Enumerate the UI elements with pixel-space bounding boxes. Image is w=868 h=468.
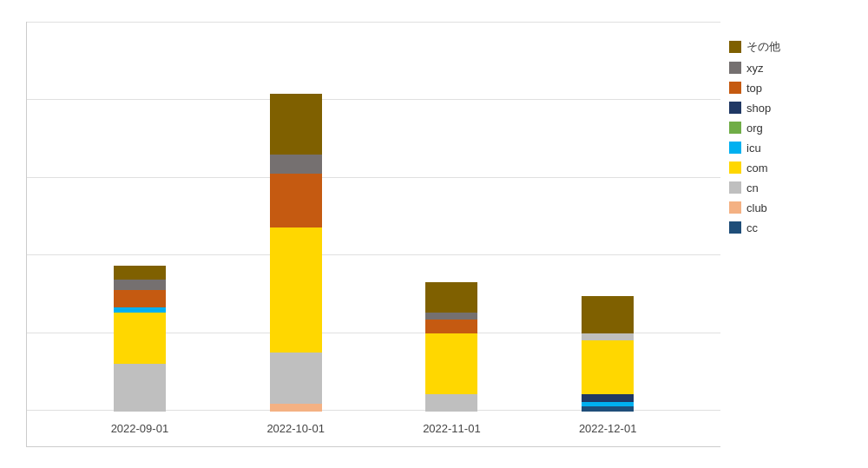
legend-item-xyz: xyz: [729, 62, 842, 75]
legend-color-top: [729, 82, 741, 94]
bar-segment-other: [582, 296, 634, 333]
bar-segment-cn: [270, 353, 322, 404]
legend-area: その他xyztopshoporgicucomcnclubcc: [720, 22, 842, 447]
bar-segment-com: [114, 313, 166, 364]
legend-color-cn: [729, 181, 741, 194]
bar-stack: [270, 94, 322, 412]
legend-label-icu: icu: [746, 142, 761, 155]
bar-segment-com: [425, 333, 477, 394]
legend-label-top: top: [746, 82, 762, 95]
legend-label-cn: cn: [746, 181, 759, 194]
bar-segment-shop: [582, 394, 634, 402]
legend-item-shop: shop: [729, 102, 842, 115]
bar-segment-top: [270, 174, 322, 227]
legend-item-cc: cc: [729, 221, 842, 234]
bar-segment-other: [270, 94, 322, 155]
legend-item-org: org: [729, 122, 842, 135]
chart-inner: 2022-09-012022-10-012022-11-012022-12-01…: [26, 22, 842, 447]
bar-segment-cn: [114, 364, 166, 412]
bar-segment-club: [270, 404, 322, 412]
bar-segment-xyz: [425, 313, 477, 320]
bar-segment-cn: [582, 333, 634, 340]
legend-color-club: [729, 201, 741, 214]
x-label: 2022-10-01: [266, 422, 325, 435]
legend-color-org: [729, 122, 741, 134]
legend-label-org: org: [746, 122, 763, 135]
legend-color-shop: [729, 102, 741, 114]
bar-segment-xyz: [270, 155, 322, 174]
bar-group: [270, 22, 322, 412]
bar-group: [425, 22, 477, 412]
legend-label-other: その他: [746, 39, 780, 55]
legend-label-club: club: [746, 201, 767, 214]
bar-segment-com: [582, 340, 634, 394]
x-label: 2022-12-01: [579, 422, 637, 435]
legend-item-top: top: [729, 82, 842, 95]
legend-color-icu: [729, 142, 741, 154]
legend-label-cc: cc: [746, 221, 758, 234]
chart-container: 2022-09-012022-10-012022-11-012022-12-01…: [0, 0, 868, 468]
bar-segment-top: [425, 320, 477, 333]
chart-area: 2022-09-012022-10-012022-11-012022-12-01: [26, 22, 720, 447]
legend-color-xyz: [729, 62, 741, 74]
x-labels: 2022-09-012022-10-012022-11-012022-12-01: [27, 412, 720, 446]
bar-segment-cn: [425, 394, 477, 412]
bar-stack: [582, 296, 634, 412]
legend-color-cc: [729, 221, 741, 234]
legend-color-com: [729, 161, 741, 174]
legend-label-xyz: xyz: [746, 62, 764, 75]
bar-stack: [425, 282, 477, 412]
x-label: 2022-09-01: [111, 422, 169, 435]
legend-item-com: com: [729, 161, 842, 175]
legend-item-cn: cn: [729, 181, 842, 194]
bar-segment-top: [114, 290, 166, 307]
legend-label-shop: shop: [746, 102, 771, 115]
legend-color-other: [729, 41, 741, 53]
bar-segment-other: [425, 282, 477, 313]
legend-item-club: club: [729, 201, 842, 214]
bars-area: [27, 22, 720, 412]
bar-group: [114, 22, 166, 412]
bar-group: [582, 22, 634, 412]
legend-item-other: その他: [729, 39, 842, 55]
bar-segment-xyz: [114, 280, 166, 290]
x-label: 2022-11-01: [423, 422, 481, 435]
bar-segment-other: [114, 266, 166, 280]
legend-item-icu: icu: [729, 142, 842, 155]
bar-segment-com: [270, 227, 322, 353]
bar-stack: [114, 266, 166, 412]
legend-label-com: com: [746, 161, 768, 175]
